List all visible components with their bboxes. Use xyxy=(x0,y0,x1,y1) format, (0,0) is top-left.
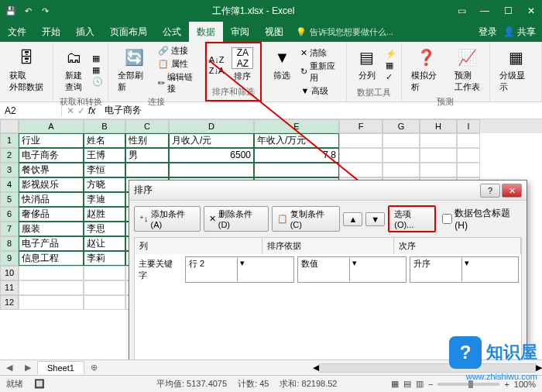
share-button[interactable]: 👤 共享 xyxy=(503,26,536,39)
filter-button[interactable]: ▼筛选 xyxy=(266,45,297,98)
move-down-button[interactable]: ▼ xyxy=(365,212,385,226)
cell[interactable] xyxy=(84,295,125,310)
add-sheet-icon[interactable]: ⊕ xyxy=(84,363,104,373)
cell[interactable] xyxy=(382,163,420,177)
cell[interactable]: 李思 xyxy=(84,222,125,236)
cell[interactable] xyxy=(339,148,382,163)
cell[interactable] xyxy=(84,280,125,295)
fx-icon[interactable]: fx xyxy=(88,105,95,116)
cell[interactable]: 男 xyxy=(125,148,169,163)
tab-view[interactable]: 视图 xyxy=(257,22,291,42)
cell[interactable]: 快消品 xyxy=(19,192,84,207)
col-header[interactable]: D xyxy=(169,119,254,133)
forecast-button[interactable]: 📈预测 工作表 xyxy=(450,45,485,95)
row-header[interactable]: 4 xyxy=(0,177,19,192)
col-header[interactable]: I xyxy=(457,119,480,133)
cell[interactable]: 赵让 xyxy=(84,236,125,251)
cell[interactable]: 行业 xyxy=(19,133,84,148)
data-val-icon[interactable]: ✓ xyxy=(386,72,396,82)
hscroll-left-icon[interactable]: ◀ xyxy=(313,363,319,373)
cell[interactable] xyxy=(382,133,420,148)
sheet-nav-next-icon[interactable]: ▶ xyxy=(19,363,37,373)
view-normal-icon[interactable]: ▦ xyxy=(391,379,399,389)
cell[interactable]: 年收入/万元 xyxy=(254,133,339,148)
new-query-button[interactable]: 🗂新建 查询 xyxy=(58,45,89,95)
cell[interactable] xyxy=(339,163,382,177)
row-header[interactable]: 11 xyxy=(0,280,19,295)
name-box[interactable]: A2 xyxy=(0,105,62,116)
reapply-button[interactable]: ↻重新应用 xyxy=(300,60,341,84)
column-select[interactable]: 行 2▾ xyxy=(185,256,294,283)
col-header[interactable]: C xyxy=(125,119,169,133)
cell[interactable]: 月收入/元 xyxy=(169,133,254,148)
cell[interactable]: 6500 xyxy=(169,148,254,163)
cell[interactable] xyxy=(420,148,457,163)
row-header[interactable]: 6 xyxy=(0,207,19,222)
enter-icon[interactable]: ✓ xyxy=(77,105,85,116)
tab-insert[interactable]: 插入 xyxy=(68,22,102,42)
cell[interactable]: 奢侈品 xyxy=(19,207,84,222)
cell[interactable]: 王博 xyxy=(84,148,125,163)
sheet-nav-prev-icon[interactable]: ◀ xyxy=(0,363,19,373)
cancel-icon[interactable]: ✕ xyxy=(67,105,74,116)
cell[interactable]: 李迪 xyxy=(84,192,125,207)
save-icon[interactable]: 💾 xyxy=(5,5,17,17)
redo-icon[interactable]: ↷ xyxy=(39,5,51,17)
cell[interactable]: 电子产品 xyxy=(19,236,84,251)
tab-layout[interactable]: 页面布局 xyxy=(102,22,155,42)
row-header[interactable]: 9 xyxy=(0,251,19,266)
tab-file[interactable]: 文件 xyxy=(0,22,34,42)
remove-dup-icon[interactable]: ▦ xyxy=(386,60,396,70)
cell[interactable] xyxy=(125,163,169,177)
advanced-filter-button[interactable]: ▼高级 xyxy=(300,85,341,97)
text-to-columns-button[interactable]: ▤分列 xyxy=(352,45,382,85)
tab-formula[interactable]: 公式 xyxy=(155,22,189,42)
undo-icon[interactable]: ↶ xyxy=(22,5,34,17)
sorton-select[interactable]: 数值▾ xyxy=(297,256,406,283)
show-queries-icon[interactable]: ▦ xyxy=(92,53,103,64)
tab-review[interactable]: 审阅 xyxy=(223,22,257,42)
row-header[interactable]: 10 xyxy=(0,266,19,280)
cell[interactable] xyxy=(19,280,84,295)
cell[interactable]: 餐饮界 xyxy=(19,163,84,177)
cell[interactable] xyxy=(84,266,125,280)
cell[interactable] xyxy=(457,148,480,163)
row-header[interactable]: 2 xyxy=(0,148,19,163)
col-header[interactable]: F xyxy=(339,119,382,133)
add-condition-button[interactable]: ⁺↓ 添加条件(A) xyxy=(134,206,201,232)
cell[interactable] xyxy=(420,133,457,148)
flash-fill-icon[interactable]: ⚡ xyxy=(386,49,396,59)
connections-button[interactable]: 🔗连接 xyxy=(158,45,200,57)
cell[interactable]: 李恒 xyxy=(84,163,125,177)
zoom-out-icon[interactable]: − xyxy=(428,380,433,389)
what-if-button[interactable]: ❓模拟分析 xyxy=(406,45,447,95)
clear-filter-button[interactable]: ✕清除 xyxy=(300,47,341,59)
cell[interactable]: 赵胜 xyxy=(84,207,125,222)
col-header[interactable]: B xyxy=(84,119,125,133)
cell[interactable]: 姓名 xyxy=(84,133,125,148)
minimize-icon[interactable]: — xyxy=(474,4,496,18)
cell[interactable]: 7.8 xyxy=(254,148,339,163)
row-header[interactable]: 8 xyxy=(0,236,19,251)
row-header[interactable]: 7 xyxy=(0,222,19,236)
from-table-icon[interactable]: ▦ xyxy=(92,65,103,75)
col-header[interactable]: H xyxy=(420,119,457,133)
cell[interactable] xyxy=(457,133,480,148)
cell[interactable]: 方晓 xyxy=(84,177,125,192)
tell-me[interactable]: 💡 告诉我您想要做什么... xyxy=(296,26,393,38)
tab-home[interactable]: 开始 xyxy=(34,22,68,42)
zoom-slider[interactable] xyxy=(437,383,499,386)
row-header[interactable]: 12 xyxy=(0,295,19,310)
edit-links-button[interactable]: ✏编辑链接 xyxy=(158,71,200,95)
tab-data[interactable]: 数据 xyxy=(189,22,223,42)
col-header[interactable]: A xyxy=(19,119,84,133)
properties-button[interactable]: 📋属性 xyxy=(158,58,200,70)
col-header[interactable]: G xyxy=(382,119,420,133)
dialog-close-icon[interactable]: ✕ xyxy=(502,184,522,198)
cell[interactable]: 服装 xyxy=(19,222,84,236)
sort-asc-button[interactable]: A↓Z xyxy=(209,55,225,64)
view-break-icon[interactable]: ▥ xyxy=(416,379,424,389)
row-header[interactable]: 3 xyxy=(0,163,19,177)
cell[interactable] xyxy=(382,148,420,163)
cell[interactable] xyxy=(169,163,254,177)
